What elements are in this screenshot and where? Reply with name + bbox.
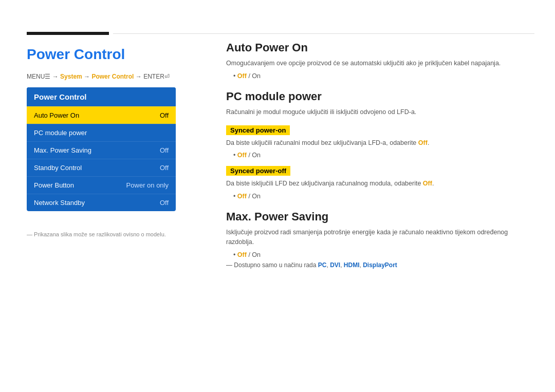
menu-path: MENU☰ → System → Power Control → ENTER⏎: [27, 73, 170, 80]
auto-power-on-value: Off: [160, 111, 169, 119]
menu-label: MENU☰: [27, 73, 50, 80]
top-bar: [27, 32, 109, 35]
divider-line: [113, 33, 534, 34]
network-standby-label: Network Standby: [34, 199, 85, 207]
panel-item-max-power-saving[interactable]: Max. Power Saving Off: [27, 141, 176, 159]
right-content: Auto Power On Omogućavanjem ove opcije p…: [226, 41, 534, 269]
synced-power-on-on: On: [252, 152, 261, 159]
synced-power-off-bullet: Off / On: [233, 193, 534, 200]
pc-module-power-desc: Računalni je modul moguće uključiti ili …: [226, 107, 534, 117]
auto-power-on-title: Auto Power On: [226, 41, 534, 54]
max-power-saving-label: Max. Power Saving: [34, 146, 91, 154]
auto-power-on-on: On: [252, 72, 261, 80]
hdmi-label: HDMI: [344, 262, 360, 269]
synced-power-on-badge: Synced power-on: [226, 125, 290, 135]
panel-item-pc-module-power[interactable]: PC module power: [27, 124, 176, 141]
system-link: System: [60, 73, 82, 80]
panel-header: Power Control: [27, 87, 176, 106]
synced-power-off-on: On: [252, 193, 261, 200]
auto-power-on-bullet: Off / On: [233, 72, 534, 80]
panel-item-network-standby[interactable]: Network Standby Off: [27, 194, 176, 211]
dvi-label: DVI: [330, 262, 340, 269]
power-button-label: Power Button: [34, 181, 74, 189]
synced-power-off-off: Off: [237, 193, 247, 200]
synced-power-off-desc: Da biste isključili LFD bez uključivanja…: [226, 179, 534, 189]
max-power-saving-note: ― Dostupno samo u načinu rada PC, DVI, H…: [226, 262, 534, 269]
pc-module-power-label: PC module power: [34, 129, 87, 137]
power-control-panel: Power Control Auto Power On Off PC modul…: [27, 87, 176, 211]
max-power-saving-bullet: Off / On: [233, 251, 534, 258]
displayport-label: DisplayPort: [363, 262, 397, 269]
auto-power-on-label: Auto Power On: [34, 111, 79, 119]
max-power-saving-title: Max. Power Saving: [226, 210, 534, 223]
synced-power-on-desc: Da biste uključili računalni modul bez u…: [226, 138, 534, 148]
power-control-link: Power Control: [91, 73, 134, 80]
max-power-saving-on: On: [252, 251, 261, 258]
panel-item-power-button[interactable]: Power Button Power on only: [27, 176, 176, 194]
page-title: Power Control: [27, 46, 125, 63]
synced-power-off-badge: Synced power-off: [226, 166, 290, 176]
standby-control-value: Off: [160, 164, 169, 172]
synced-power-on-bullet: Off / On: [233, 152, 534, 159]
auto-power-on-desc: Omogućavanjem ove opcije proizvod će se …: [226, 59, 534, 68]
synced-power-on-off: Off: [237, 152, 247, 159]
standby-control-label: Standby Control: [34, 164, 82, 172]
pc-label: PC: [318, 262, 327, 269]
pc-module-power-title: PC module power: [226, 90, 534, 103]
max-power-saving-value: Off: [160, 146, 169, 154]
panel-note: ― Prikazana slika može se razlikovati ov…: [27, 231, 166, 237]
power-button-value: Power on only: [126, 181, 169, 189]
max-power-saving-desc: Isključuje proizvod radi smanjenja potro…: [226, 228, 534, 247]
network-standby-value: Off: [160, 199, 169, 207]
max-power-saving-off: Off: [237, 251, 247, 258]
panel-item-standby-control[interactable]: Standby Control Off: [27, 159, 176, 176]
auto-power-on-off: Off: [237, 72, 247, 80]
panel-item-auto-power-on[interactable]: Auto Power On Off: [27, 106, 176, 124]
